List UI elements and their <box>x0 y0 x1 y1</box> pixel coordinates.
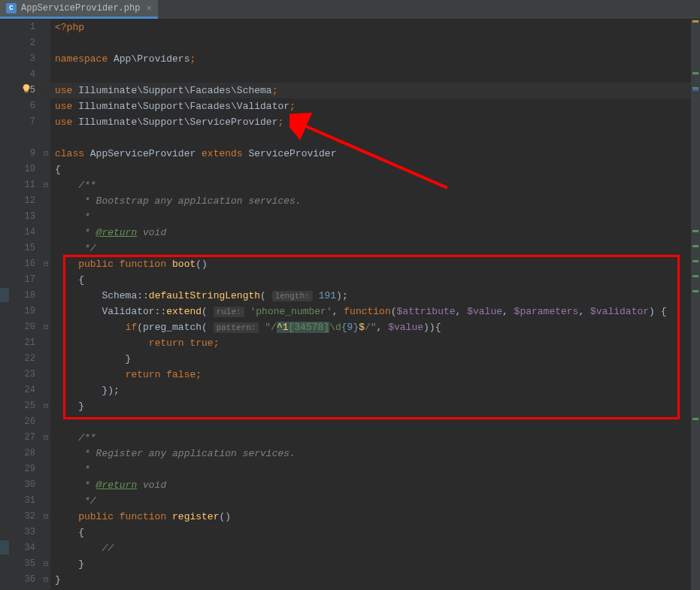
scrollbar[interactable] <box>691 20 700 590</box>
code-token: $value <box>388 322 423 333</box>
param-hint: pattern: <box>214 322 259 333</box>
code-token: \d <box>329 322 341 333</box>
line-number: 36 <box>15 572 35 588</box>
code-token: (preg_match( <box>137 322 213 333</box>
change-marker[interactable] <box>692 260 698 262</box>
code-token: () <box>195 259 208 270</box>
cursor-marker[interactable] <box>692 89 698 91</box>
fold-toggle <box>41 130 50 146</box>
line-number-gutter[interactable]: 1 2 3 4 5 6 7 9 10 11 12 13 14 15 16 17 … <box>15 20 41 590</box>
code-token: ; <box>195 369 202 380</box>
warning-marker[interactable] <box>692 20 698 23</box>
line-number: 28 <box>15 446 35 461</box>
line-number: 20 <box>15 319 35 335</box>
code-token: )){ <box>423 322 441 333</box>
code-token: $attribute <box>397 306 456 317</box>
code-token: ] <box>323 322 329 333</box>
code-content[interactable]: <?php namespace App\Providers; use Illum… <box>50 20 700 590</box>
fold-toggle[interactable]: ⊟ <box>41 572 50 588</box>
fold-toggle[interactable]: ⊟ <box>41 319 50 335</box>
code-token: return true <box>149 337 214 349</box>
line-number: 29 <box>15 461 35 477</box>
fold-toggle <box>41 114 50 130</box>
line-number: 23 <box>15 367 35 383</box>
code-token <box>55 369 126 380</box>
line-number: 17 <box>15 272 35 288</box>
code-token: { <box>55 274 84 286</box>
code-token: if <box>126 322 138 333</box>
code-token: 'phone_number' <box>250 306 332 317</box>
code-token: * Register any application services. <box>55 448 295 459</box>
code-token: void <box>137 480 166 491</box>
change-marker[interactable] <box>692 275 698 277</box>
code-token: ServiceProvider <box>243 148 337 159</box>
fold-toggle <box>41 525 50 540</box>
code-token: @return <box>96 480 138 491</box>
lightbulb-icon[interactable] <box>21 83 32 94</box>
fold-gutter[interactable]: ⊟ ⊟ ⊟ ⊟ ⊟ ⊟ ⊟ ⊟ ⊟ <box>41 20 50 590</box>
code-token: */ <box>55 495 96 507</box>
code-token: Illuminate\Support\ServiceProvider <box>72 116 277 128</box>
fold-toggle[interactable]: ⊟ <box>41 556 50 572</box>
code-token <box>55 322 126 333</box>
line-number: 33 <box>15 525 35 540</box>
line-number: 7 <box>15 114 35 130</box>
change-marker[interactable] <box>692 418 698 420</box>
code-token: }); <box>55 385 120 396</box>
code-token: /** <box>55 432 96 443</box>
code-token: namespace <box>55 53 108 65</box>
line-number: 10 <box>15 162 35 177</box>
code-token: } <box>55 353 131 365</box>
code-editor[interactable]: 1 2 3 4 5 6 7 9 10 11 12 13 14 15 16 17 … <box>0 20 700 590</box>
line-number: 24 <box>15 383 35 398</box>
code-token: ; <box>214 337 220 349</box>
code-token: } <box>55 558 84 570</box>
fold-toggle <box>41 477 50 493</box>
tab-label: AppServiceProvider.php <box>21 3 140 14</box>
line-number: 13 <box>15 209 35 225</box>
fold-toggle <box>41 225 50 241</box>
code-token: /** <box>55 180 96 191</box>
change-marker[interactable] <box>692 72 698 74</box>
code-token <box>55 337 149 349</box>
change-marker <box>0 540 9 555</box>
code-token: public function <box>55 511 172 522</box>
fold-toggle <box>41 304 50 319</box>
php-class-icon: C <box>6 3 17 14</box>
fold-toggle[interactable]: ⊟ <box>41 177 50 193</box>
code-token: use <box>55 116 72 128</box>
code-token: AppServiceProvider <box>84 148 202 159</box>
code-token: ( <box>391 306 397 317</box>
code-token: ; <box>289 101 295 112</box>
line-number: 12 <box>15 193 35 209</box>
code-token: boot <box>172 259 195 270</box>
fold-toggle <box>41 335 50 351</box>
code-token: App\Providers <box>108 53 189 65</box>
change-marker[interactable] <box>692 245 698 247</box>
change-marker <box>0 288 9 302</box>
change-marker[interactable] <box>692 290 698 292</box>
breakpoint-margin[interactable] <box>0 20 15 590</box>
code-token: () <box>219 511 231 522</box>
code-token: use <box>55 101 72 112</box>
fold-toggle[interactable]: ⊟ <box>41 146 50 162</box>
fold-toggle <box>41 83 50 98</box>
close-icon[interactable]: × <box>146 3 152 14</box>
line-number: 9 <box>15 146 35 162</box>
code-token: { <box>55 164 61 175</box>
fold-toggle[interactable]: ⊟ <box>41 256 50 272</box>
code-token: use <box>55 85 72 96</box>
fold-toggle[interactable]: ⊟ <box>41 398 50 414</box>
code-token: $validator <box>590 306 649 317</box>
code-token: <?php <box>55 22 84 33</box>
code-token: , <box>456 306 468 317</box>
fold-toggle[interactable]: ⊟ <box>41 509 50 525</box>
code-token: * <box>55 480 96 491</box>
change-marker[interactable] <box>692 230 698 232</box>
line-number: 30 <box>15 477 35 493</box>
code-token: * <box>55 227 96 238</box>
file-tab[interactable]: C AppServiceProvider.php × <box>0 0 158 19</box>
code-token: Illuminate\Support\Facades\Schema <box>72 85 271 96</box>
fold-toggle[interactable]: ⊟ <box>41 430 50 446</box>
code-token: Schema:: <box>55 290 149 301</box>
